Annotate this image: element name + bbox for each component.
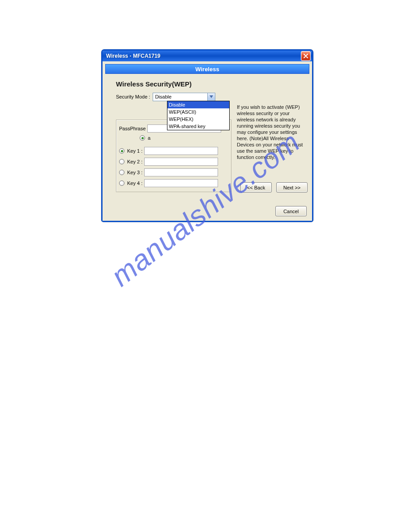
page-header-text: Wireless (195, 66, 219, 73)
page-header: Wireless (105, 64, 309, 74)
key4-radio[interactable] (119, 180, 124, 186)
key1-label: Key 1 : (127, 148, 142, 154)
help-text: If you wish to activate (WEP) wireless s… (237, 104, 304, 160)
close-icon (304, 54, 308, 58)
security-mode-combo[interactable]: Disable (153, 93, 215, 101)
key3-label: Key 3 : (127, 170, 142, 175)
chevron-down-icon (210, 95, 213, 98)
passphrase-option-row: a (140, 135, 150, 141)
security-mode-dropdown: Disable WEP(ASCII) WEP(HEX) WPA-shared k… (167, 101, 230, 130)
security-mode-value: Disable (155, 94, 207, 99)
key4-label: Key 4 : (127, 180, 142, 186)
key3-radio[interactable] (119, 170, 124, 175)
passphrase-option-label: a (148, 135, 150, 141)
key1-radio[interactable] (119, 148, 124, 154)
section-title: Wireless Security(WEP) (116, 80, 312, 88)
client-area: Wireless Wireless Security(WEP) Security… (103, 61, 312, 221)
next-button[interactable]: Next >> (276, 182, 308, 193)
security-mode-option[interactable]: WEP(HEX) (167, 116, 229, 123)
key-row: Key 2 : (119, 158, 218, 166)
nav-buttons: << Back Next >> (240, 182, 308, 193)
combo-dropdown-button[interactable] (207, 93, 215, 101)
key1-input[interactable] (144, 147, 218, 155)
key2-input[interactable] (144, 158, 218, 166)
security-mode-option[interactable]: WPA-shared key (167, 123, 229, 130)
passphrase-option-radio[interactable] (140, 135, 145, 141)
security-mode-option[interactable]: Disable (167, 101, 229, 108)
wep-keys-group: PassPhrase a Key 1 : Key 2 : (116, 120, 231, 192)
key2-label: Key 2 : (127, 159, 142, 164)
key4-input[interactable] (144, 179, 218, 187)
cancel-button[interactable]: Cancel (275, 206, 307, 216)
key-row: Key 3 : (119, 168, 218, 176)
back-button[interactable]: << Back (240, 182, 272, 193)
key2-radio[interactable] (119, 159, 124, 164)
key-row: Key 1 : (119, 147, 218, 155)
passphrase-label: PassPhrase (119, 126, 146, 131)
security-mode-label: Security Mode : (116, 94, 150, 99)
window-title: Wireless - MFCA1719 (106, 53, 301, 59)
key3-input[interactable] (144, 168, 218, 176)
cancel-wrap: Cancel (275, 206, 307, 216)
wireless-dialog: Wireless - MFCA1719 Wireless Wireless Se… (101, 49, 313, 222)
key-row: Key 4 : (119, 179, 218, 187)
close-button[interactable] (301, 51, 311, 61)
security-mode-row: Security Mode : Disable Disable WEP(ASCI… (116, 92, 312, 101)
titlebar: Wireless - MFCA1719 (103, 51, 312, 62)
security-mode-option[interactable]: WEP(ASCII) (167, 108, 229, 116)
